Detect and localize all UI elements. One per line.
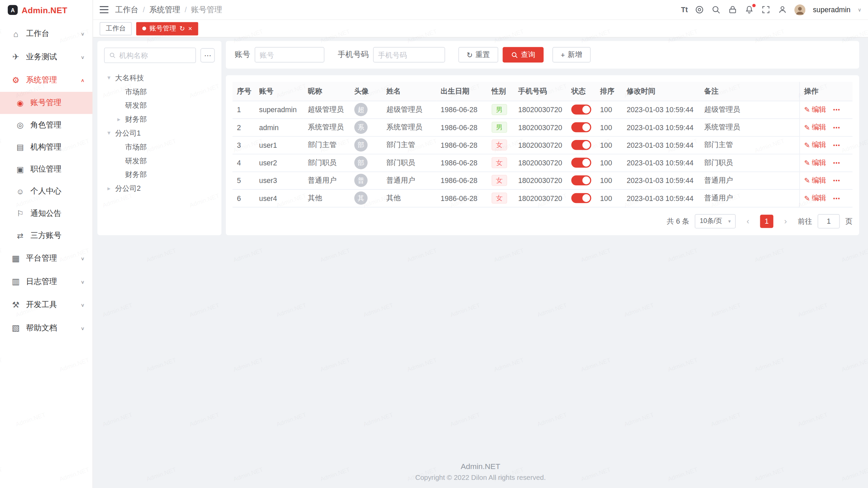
sidebar-item-business-test[interactable]: ✈业务测试∨ (0, 45, 93, 69)
edit-button[interactable]: ✎编辑 (804, 122, 826, 132)
breadcrumb-item[interactable]: 系统管理 (149, 5, 180, 15)
org-search-field[interactable] (104, 47, 196, 63)
page-size-value: 10条/页 (700, 216, 722, 226)
tree-node[interactable]: ▸分公司2 (104, 182, 215, 196)
status-toggle[interactable] (571, 122, 591, 132)
add-label: 新增 (568, 50, 582, 60)
cell-avatar: 超 (350, 101, 382, 118)
sidebar-item-dev-tools[interactable]: ⚒开发工具∨ (0, 293, 93, 317)
chevron-down-icon[interactable]: ∨ (858, 7, 862, 12)
more-actions-button[interactable]: ⋯ (833, 105, 840, 114)
caret-expanded-icon[interactable]: ▾ (107, 74, 115, 81)
sidebar-item-platform-management[interactable]: ▦平台管理∨ (0, 247, 93, 270)
app-logo[interactable]: A Admin.NET (0, 0, 93, 20)
sidebar-item-system-management[interactable]: ⚙系统管理∧ (0, 68, 93, 92)
cell-phone: 18020030720 (514, 189, 567, 207)
sidebar-item-personal-center[interactable]: ☺个人中心 (0, 180, 93, 202)
edit-button[interactable]: ✎编辑 (804, 176, 826, 185)
cell-no: 3 (233, 136, 255, 154)
edit-label: 编辑 (812, 105, 826, 115)
reset-button[interactable]: ↻ 重置 (458, 47, 498, 63)
cell-name: 超级管理员 (382, 101, 436, 118)
tree-node[interactable]: 财务部 (104, 168, 215, 182)
edit-button[interactable]: ✎编辑 (804, 140, 826, 150)
hamburger-menu-icon[interactable] (100, 6, 108, 13)
caret-collapsed-icon[interactable]: ▸ (117, 116, 125, 123)
caret-collapsed-icon[interactable]: ▸ (107, 185, 115, 192)
more-actions-button[interactable]: ⋯ (833, 141, 840, 149)
tree-node-label: 市场部 (125, 142, 147, 152)
status-toggle[interactable] (571, 105, 591, 115)
sidebar-item-account-management[interactable]: ◉账号管理 (0, 92, 93, 114)
breadcrumb-item[interactable]: 工作台 (115, 5, 139, 15)
sidebar-item-workbench[interactable]: ⌂工作台∨ (0, 22, 93, 45)
account-input[interactable] (255, 47, 324, 63)
edit-label: 编辑 (812, 140, 826, 150)
chevron-down-icon: ∨ (81, 302, 85, 307)
sidebar-item-help-docs[interactable]: ▧帮助文档∨ (0, 317, 93, 340)
sidebar-item-third-party-account[interactable]: ⇄三方账号 (0, 225, 93, 247)
edit-button[interactable]: ✎编辑 (804, 193, 826, 203)
edit-button[interactable]: ✎编辑 (804, 158, 826, 167)
more-actions-button[interactable]: ⋯ (833, 123, 840, 131)
more-actions-button[interactable]: ⋯ (833, 194, 840, 202)
tree-node[interactable]: ▸财务部 (104, 112, 215, 126)
lock-screen-icon[interactable] (728, 5, 738, 15)
column-header: 排序 (596, 82, 622, 101)
org-name-input[interactable] (119, 51, 191, 59)
sidebar-item-label: 日志管理 (26, 277, 81, 286)
username[interactable]: superadmin (813, 5, 850, 14)
tab-workbench[interactable]: 工作台 (100, 22, 132, 35)
cell-avatar: 普 (350, 171, 382, 189)
page-size-select[interactable]: 10条/页 ▾ (695, 214, 736, 228)
position-icon: ▣ (16, 165, 25, 174)
fullscreen-icon[interactable] (762, 5, 771, 15)
sidebar-item-notice-announcement[interactable]: ⚐通知公告 (0, 203, 93, 225)
status-toggle[interactable] (571, 176, 591, 185)
breadcrumb-item[interactable]: 账号管理 (191, 5, 222, 15)
more-options-button[interactable]: ⋯ (200, 48, 215, 62)
search-icon (511, 51, 518, 58)
status-toggle[interactable] (571, 140, 591, 150)
avatar: 超 (354, 103, 368, 116)
sidebar-item-role-management[interactable]: ◎角色管理 (0, 114, 93, 136)
tree-node[interactable]: 市场部 (104, 140, 215, 154)
next-page-button[interactable]: › (779, 215, 792, 228)
search-button[interactable]: 查询 (502, 47, 544, 63)
tree-node[interactable]: ▾分公司1 (104, 126, 215, 140)
font-size-icon[interactable]: Tt (681, 5, 688, 14)
component-size-icon[interactable] (695, 5, 705, 15)
more-actions-button[interactable]: ⋯ (833, 159, 840, 167)
status-toggle[interactable] (571, 158, 591, 167)
user-avatar[interactable] (795, 4, 806, 15)
phone-input[interactable] (373, 47, 445, 63)
current-page-button[interactable]: 1 (760, 215, 773, 228)
search-icon[interactable] (712, 5, 721, 15)
sidebar-item-position-management[interactable]: ▣职位管理 (0, 158, 93, 180)
prev-page-button[interactable]: ‹ (741, 215, 754, 228)
tree-node[interactable]: 市场部 (104, 85, 215, 99)
notification-bell-icon[interactable] (745, 5, 754, 15)
edit-button[interactable]: ✎编辑 (804, 105, 826, 115)
add-button[interactable]: + 新增 (552, 47, 590, 63)
cell-name: 部门职员 (382, 154, 436, 171)
tab-close-icon[interactable]: × (188, 25, 192, 33)
tree-node[interactable]: 研发部 (104, 99, 215, 113)
cell-order: 100 (596, 189, 622, 207)
more-actions-button[interactable]: ⋯ (833, 176, 840, 184)
sidebar-item-label: 工作台 (26, 29, 81, 39)
sidebar-item-log-management[interactable]: ▥日志管理∨ (0, 270, 93, 293)
cell-actions: ✎编辑⋯ (800, 189, 853, 207)
layout-settings-user-icon[interactable] (778, 5, 788, 15)
tree-node[interactable]: 研发部 (104, 154, 215, 168)
cell-name: 其他 (382, 189, 436, 207)
sidebar-item-org-management[interactable]: ▤机构管理 (0, 136, 93, 158)
tab-refresh-icon[interactable]: ↻ (179, 25, 185, 33)
caret-expanded-icon[interactable]: ▾ (107, 129, 115, 137)
status-toggle[interactable] (571, 193, 591, 203)
cell-status (567, 136, 596, 154)
tree-node[interactable]: ▾大名科技 (104, 71, 215, 85)
tab-account-management[interactable]: 账号管理↻× (136, 22, 198, 35)
cell-order: 100 (596, 118, 622, 136)
goto-page-input[interactable] (817, 214, 840, 228)
